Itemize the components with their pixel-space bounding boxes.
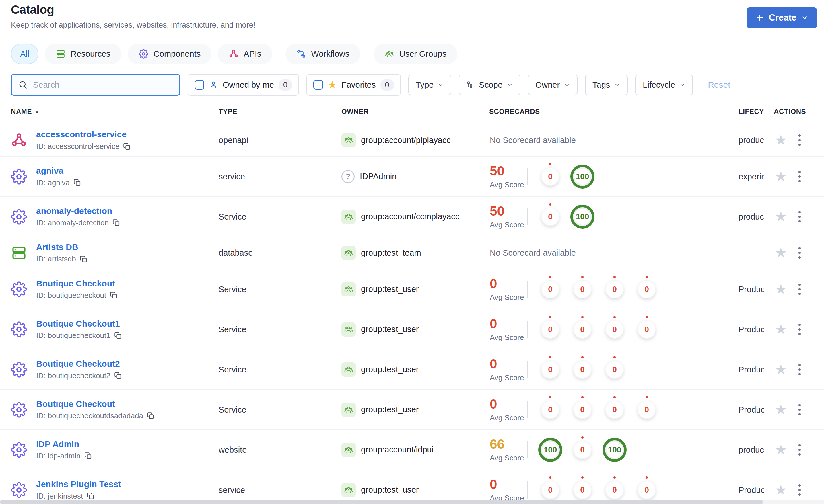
copy-icon[interactable] bbox=[146, 412, 154, 420]
scorecard-gauge[interactable]: 0 bbox=[541, 481, 559, 499]
copy-icon[interactable] bbox=[86, 492, 94, 500]
copy-icon[interactable] bbox=[73, 178, 81, 186]
favorites-filter[interactable]: ★ Favorites 0 bbox=[306, 74, 401, 96]
gauge-tick bbox=[549, 396, 551, 398]
scorecard-gauge[interactable]: 0 bbox=[637, 400, 656, 419]
kebab-menu-icon[interactable] bbox=[797, 245, 803, 260]
scorecard-gauge[interactable]: 0 bbox=[541, 400, 559, 419]
favorite-star-icon[interactable]: ★ bbox=[775, 483, 787, 497]
scorecard-gauge[interactable]: 0 bbox=[605, 320, 624, 339]
table-row: agnivaID: agnivaservice?IDPAdmin50Avg Sc… bbox=[0, 156, 824, 197]
scorecard-gauge[interactable]: 100 bbox=[571, 164, 595, 188]
scorecard-gauge[interactable]: 0 bbox=[573, 440, 592, 459]
entity-name-link[interactable]: agniva bbox=[36, 166, 64, 175]
reset-filters-link[interactable]: Reset bbox=[708, 80, 730, 90]
scorecards-cell: 0Avg Score000 bbox=[489, 350, 742, 389]
avg-score-label: Avg Score bbox=[490, 293, 524, 301]
catalog-tabs: All Resources Components APIs Workflows … bbox=[11, 43, 457, 65]
entity-name-link[interactable]: IDP Admin bbox=[36, 439, 79, 449]
owner-name: group:account/ccmplayacc bbox=[361, 212, 459, 221]
kebab-menu-icon[interactable] bbox=[797, 322, 803, 337]
favorite-star-icon[interactable]: ★ bbox=[775, 443, 787, 457]
entity-name-link[interactable]: accesscontrol-service bbox=[36, 130, 126, 139]
scorecard-gauge[interactable]: 0 bbox=[541, 360, 559, 379]
entity-name-link[interactable]: anomaly-detection bbox=[36, 206, 112, 216]
scorecard-gauge[interactable]: 0 bbox=[637, 481, 656, 499]
scorecard-gauge[interactable]: 0 bbox=[541, 208, 559, 226]
kebab-menu-icon[interactable] bbox=[797, 483, 803, 497]
avg-score-block: 0Avg Score bbox=[490, 477, 524, 502]
scorecard-gauge[interactable]: 0 bbox=[573, 360, 592, 379]
favorite-star-icon[interactable]: ★ bbox=[775, 282, 787, 296]
search-input[interactable] bbox=[33, 80, 173, 90]
tab-workflows[interactable]: Workflows bbox=[286, 43, 360, 64]
kebab-menu-icon[interactable] bbox=[797, 282, 803, 297]
kebab-menu-icon[interactable] bbox=[797, 169, 803, 184]
entity-name-link[interactable]: Boutique Checkout bbox=[36, 399, 115, 408]
favorite-star-icon[interactable]: ★ bbox=[775, 246, 787, 260]
scorecard-gauge[interactable]: 0 bbox=[573, 400, 592, 419]
scorecard-gauge[interactable]: 0 bbox=[573, 320, 592, 339]
scorecard-gauge[interactable]: 0 bbox=[541, 280, 559, 298]
favorite-star-icon[interactable]: ★ bbox=[775, 403, 787, 416]
kebab-menu-icon[interactable] bbox=[797, 443, 803, 457]
tab-resources[interactable]: Resources bbox=[45, 43, 121, 64]
scorecard-gauge[interactable]: 100 bbox=[571, 205, 595, 229]
entity-name-link[interactable]: Boutique Checkout1 bbox=[36, 319, 120, 328]
table-row: Boutique CheckoutID: boutiquecheckoutdsa… bbox=[0, 390, 824, 430]
scorecard-gauge[interactable]: 0 bbox=[541, 320, 559, 339]
scorecard-gauge[interactable]: 0 bbox=[605, 280, 624, 298]
scorecard-gauge[interactable]: 100 bbox=[603, 438, 627, 462]
copy-icon[interactable] bbox=[114, 372, 122, 380]
copy-icon[interactable] bbox=[80, 255, 88, 263]
copy-icon[interactable] bbox=[112, 219, 120, 227]
lifecycle-dropdown[interactable]: Lifecycle bbox=[635, 75, 693, 95]
avg-score-label: Avg Score bbox=[490, 413, 524, 422]
create-button[interactable]: Create bbox=[746, 7, 817, 28]
scorecard-gauge[interactable]: 100 bbox=[538, 438, 562, 462]
kebab-menu-icon[interactable] bbox=[797, 209, 803, 224]
lifecycle-cell: produc bbox=[738, 212, 764, 221]
scorecard-gauge[interactable]: 0 bbox=[573, 280, 592, 298]
scorecard-gauge[interactable]: 0 bbox=[637, 320, 656, 339]
kebab-menu-icon[interactable] bbox=[797, 362, 803, 377]
tab-all[interactable]: All bbox=[11, 43, 38, 64]
entity-id-line: ID: boutiquecheckoutdsadadada bbox=[36, 411, 154, 420]
chevron-down-icon bbox=[801, 14, 809, 21]
scorecard-gauge[interactable]: 0 bbox=[573, 481, 592, 499]
favorite-star-icon[interactable]: ★ bbox=[775, 323, 787, 336]
owner-dropdown[interactable]: Owner bbox=[528, 75, 578, 95]
favorite-star-icon[interactable]: ★ bbox=[775, 133, 787, 147]
tab-components[interactable]: Components bbox=[128, 43, 211, 64]
entity-name-link[interactable]: Boutique Checkout2 bbox=[36, 359, 120, 368]
copy-icon[interactable] bbox=[114, 332, 122, 340]
scope-dropdown[interactable]: Scope bbox=[459, 75, 520, 95]
favorite-star-icon[interactable]: ★ bbox=[775, 363, 787, 376]
entity-name-link[interactable]: Artists DB bbox=[36, 242, 78, 252]
scorecard-gauge[interactable]: 0 bbox=[605, 400, 624, 419]
tags-dropdown[interactable]: Tags bbox=[585, 75, 628, 95]
tab-apis[interactable]: APIs bbox=[218, 43, 272, 64]
copy-icon[interactable] bbox=[84, 452, 92, 460]
favorite-star-icon[interactable]: ★ bbox=[775, 170, 787, 183]
kebab-menu-icon[interactable] bbox=[797, 133, 803, 148]
favorite-star-icon[interactable]: ★ bbox=[775, 210, 787, 224]
type-dropdown[interactable]: Type bbox=[408, 75, 451, 95]
scorecard-gauge[interactable]: 0 bbox=[605, 481, 624, 499]
group-icon bbox=[341, 282, 356, 296]
owned-by-me-filter[interactable]: Owned by me 0 bbox=[188, 74, 299, 96]
scorecard-gauge[interactable]: 0 bbox=[541, 167, 559, 186]
copy-icon[interactable] bbox=[123, 142, 131, 150]
entity-name-link[interactable]: Boutique Checkout bbox=[36, 279, 115, 288]
scorecard-gauge[interactable]: 0 bbox=[637, 280, 656, 298]
kebab-menu-icon[interactable] bbox=[797, 402, 803, 417]
scorecard-gauge[interactable]: 0 bbox=[605, 360, 624, 379]
tab-user-groups[interactable]: User Groups bbox=[374, 43, 457, 64]
copy-icon[interactable] bbox=[110, 291, 118, 299]
entity-name-link[interactable]: Jenkins Plugin Tesst bbox=[36, 479, 121, 489]
owned-by-me-checkbox[interactable] bbox=[195, 80, 204, 90]
owner-cell: group:test_user bbox=[341, 483, 419, 497]
horizontal-scrollbar[interactable] bbox=[0, 500, 763, 504]
column-header-name[interactable]: NAME ▲ bbox=[11, 108, 39, 116]
favorites-checkbox[interactable] bbox=[313, 80, 323, 90]
